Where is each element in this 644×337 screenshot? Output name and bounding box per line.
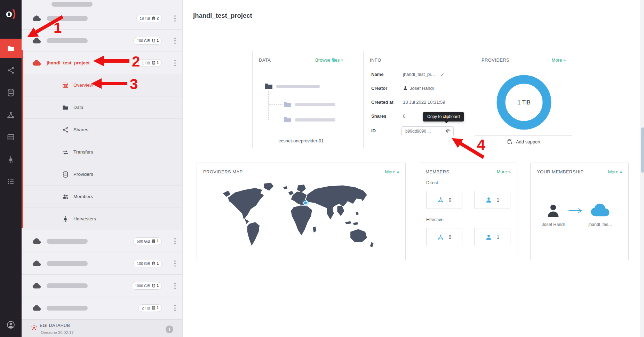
onedata-logo[interactable]: o) xyxy=(0,8,22,19)
copy-to-clipboard-button[interactable] xyxy=(444,128,452,135)
folder-icon xyxy=(7,44,15,53)
space-menu-providers[interactable]: Providers xyxy=(22,163,182,186)
space-menu-shares[interactable]: Shares xyxy=(22,119,182,141)
database-icon xyxy=(7,88,15,97)
menu-label: Transfers xyxy=(73,149,93,155)
space-row[interactable]: 500 GiB1 xyxy=(22,230,182,252)
space-context-menu-button[interactable] xyxy=(170,14,180,23)
tree-connector xyxy=(269,120,283,120)
nav-harvesters[interactable] xyxy=(0,150,22,169)
name-value: jhandl_test_pr... xyxy=(403,72,435,77)
header-divider xyxy=(193,35,634,35)
user-icon xyxy=(403,86,408,91)
info-button[interactable]: i xyxy=(166,326,173,333)
kebab-menu-icon xyxy=(170,36,180,45)
space-context-menu-button[interactable] xyxy=(170,259,180,268)
space-name-placeholder xyxy=(47,283,88,288)
space-context-menu-button[interactable] xyxy=(170,304,180,313)
membership-more-link[interactable]: More » xyxy=(608,169,622,174)
direct-groups-count: 0 xyxy=(449,197,452,203)
space-row[interactable]: 18 TiB2 xyxy=(22,7,182,30)
provider-count: 1 xyxy=(152,261,159,265)
scrollbar-thumb[interactable] xyxy=(641,127,644,173)
selected-space-indicator xyxy=(22,50,23,228)
map-more-link[interactable]: More » xyxy=(385,169,399,174)
provider-count-value: 1 xyxy=(157,39,159,42)
list-icon xyxy=(7,178,15,186)
nav-shares[interactable] xyxy=(0,61,22,80)
provider-count-value: 1 xyxy=(157,306,159,310)
space-name-placeholder xyxy=(47,16,88,21)
space-size: 1000 GiB xyxy=(135,284,150,288)
app-root: o) 1 xyxy=(0,0,644,337)
space-row-partial[interactable] xyxy=(22,0,182,7)
providers-card: PROVIDERS More » 1 TiB Add support xyxy=(475,51,572,148)
edit-name-button[interactable] xyxy=(440,72,445,77)
nav-spaces[interactable] xyxy=(0,39,22,58)
provider-db-icon xyxy=(152,284,156,288)
space-menu-data[interactable]: Data xyxy=(22,96,182,119)
main-content: jhandl_test_project DATA Browse files » … xyxy=(183,0,644,337)
members-icon xyxy=(62,193,69,200)
provider-db-icon xyxy=(152,306,156,310)
space-row[interactable]: 100 GiB1 xyxy=(22,30,182,52)
nav-databases[interactable] xyxy=(0,83,22,102)
membership-space-cloud-icon[interactable] xyxy=(589,203,612,217)
brand-name: EGI DATAHUB xyxy=(40,323,70,328)
space-id-field[interactable]: b99dd9096 ... xyxy=(401,126,454,136)
space-row-selected[interactable]: jhandl_test_project 1 TiB1 xyxy=(22,52,182,74)
user-account-button[interactable] xyxy=(0,315,22,335)
created-at-value: 13 Jul 2022 10:31:59 xyxy=(403,100,445,105)
direct-groups-stat[interactable]: 0 xyxy=(426,191,462,209)
provider-db-icon xyxy=(152,16,156,20)
menu-label: Overview xyxy=(73,83,93,88)
nav-tokens-list[interactable] xyxy=(0,172,22,191)
space-context-menu-button[interactable] xyxy=(170,58,180,68)
direct-users-stat[interactable]: 1 xyxy=(474,191,510,209)
provider-count: 2 xyxy=(152,16,159,20)
space-menu-transfers[interactable]: Transfers xyxy=(22,141,182,163)
space-menu-harvesters[interactable]: Harvesters xyxy=(22,208,182,230)
space-name-placeholder xyxy=(47,261,88,266)
space-menu-members[interactable]: Members xyxy=(22,186,182,208)
add-support-button[interactable]: Add support xyxy=(475,135,572,148)
space-context-menu-button[interactable] xyxy=(170,36,180,45)
effective-users-stat[interactable]: 1 xyxy=(474,228,510,246)
pencil-icon xyxy=(440,72,445,77)
selected-space-name: jhandl_test_project xyxy=(47,60,90,65)
space-row[interactable]: 1000 GiB1 xyxy=(22,275,182,297)
nav-clusters[interactable] xyxy=(0,127,22,147)
clusters-box-icon xyxy=(7,133,15,141)
provider-count-value: 1 xyxy=(157,284,159,288)
space-name-placeholder xyxy=(47,38,88,43)
providers-more-link[interactable]: More » xyxy=(552,57,566,63)
total-size-value: 1 TiB xyxy=(517,99,531,106)
browse-files-link[interactable]: Browse files » xyxy=(315,57,343,63)
overview-icon xyxy=(62,82,69,89)
data-folder-icon xyxy=(62,104,69,111)
membership-user-icon[interactable] xyxy=(546,202,561,219)
kebab-menu-icon xyxy=(170,237,180,246)
space-row[interactable]: 2 TiB1 xyxy=(22,297,182,319)
kebab-menu-icon xyxy=(170,281,180,290)
effective-groups-stat[interactable]: 0 xyxy=(426,228,462,246)
space-menu-overview[interactable]: Overview xyxy=(22,74,182,96)
provider-map-marker[interactable] xyxy=(302,199,309,206)
cloud-icon xyxy=(32,282,41,289)
provider-db-icon xyxy=(152,239,156,243)
info-card: INFO Name jhandl_test_pr... Creator Jose… xyxy=(363,51,462,148)
space-id-value: b99dd9096 ... xyxy=(405,127,431,136)
space-context-menu-button[interactable] xyxy=(170,237,180,246)
shares-icon xyxy=(62,126,69,133)
members-more-link[interactable]: More » xyxy=(497,169,511,174)
space-size-badge: 500 GiB1 xyxy=(133,237,162,245)
space-row[interactable]: 100 GiB1 xyxy=(22,252,182,275)
space-context-menu-button[interactable] xyxy=(170,281,180,290)
menu-label: Members xyxy=(73,194,93,199)
info-row-created-at: Created at 13 Jul 2022 10:31:59 xyxy=(371,100,458,107)
harvesters-icon xyxy=(62,215,69,222)
space-size: 100 GiB xyxy=(137,39,150,43)
space-size-badge: 1 TiB1 xyxy=(138,59,162,67)
logo-o: o xyxy=(6,8,12,19)
nav-groups[interactable] xyxy=(0,105,22,125)
